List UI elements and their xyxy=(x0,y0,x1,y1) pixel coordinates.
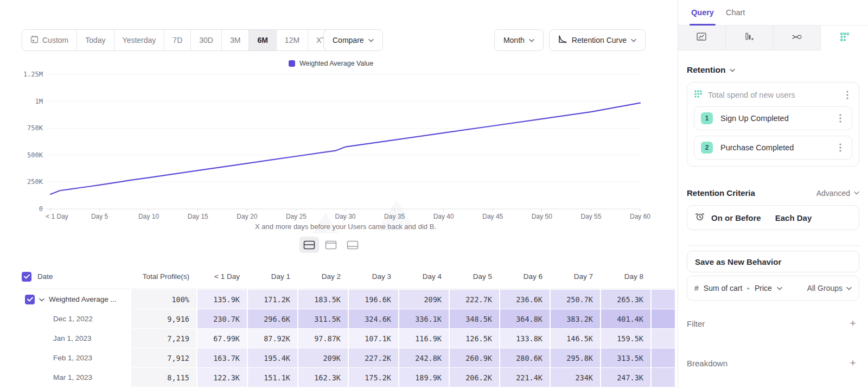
report-tab-insights[interactable] xyxy=(678,26,726,50)
measurement-label: Sum of cart xyxy=(704,284,743,292)
value-cell: 401.4K xyxy=(601,309,650,328)
value-cell: 348.5K xyxy=(450,309,499,328)
col-header-day-7: Day 7 xyxy=(551,264,600,289)
add-filter-button[interactable]: + xyxy=(846,317,859,330)
col-header-date: Date xyxy=(22,264,130,289)
kebab-menu-icon[interactable] xyxy=(835,113,845,123)
interval-dropdown[interactable]: Month xyxy=(494,29,544,51)
kebab-menu-icon[interactable] xyxy=(835,143,845,152)
col-header-day-1: Day 1 xyxy=(248,264,297,289)
range-30d[interactable]: 30D xyxy=(191,30,222,50)
tab-chart[interactable]: Chart xyxy=(720,0,751,25)
chevron-down-icon xyxy=(368,39,374,42)
x-axis-caption: X and more days before your Users came b… xyxy=(255,222,436,231)
total-profiles-cell: 8,115 xyxy=(131,368,196,387)
x-axis-tick: Day 55 xyxy=(580,213,601,220)
behavior-step-sign-up-completed[interactable]: 1Sign Up Completed xyxy=(694,106,852,130)
value-cell: 163.7K xyxy=(197,348,247,367)
col-header-day-5: Day 5 xyxy=(450,264,499,289)
row-label-cell: Feb 1, 2023 xyxy=(22,348,130,367)
retention-section-header[interactable]: Retention xyxy=(687,65,859,75)
compare-button[interactable]: Compare xyxy=(323,29,383,51)
criteria-condition-dropdown[interactable]: On or Before xyxy=(711,213,761,222)
layout-toggle-split-view[interactable] xyxy=(299,237,319,253)
criteria-window-dropdown[interactable]: Each Day xyxy=(775,213,812,222)
value-cell: 175.2K xyxy=(349,368,398,387)
report-type-tabs xyxy=(678,26,868,50)
behavior-step-purchase-completed[interactable]: 2Purchase Completed xyxy=(694,136,852,160)
date-range-group: CustomTodayYesterday7D30D3M6M12MXTD xyxy=(22,29,349,51)
measurement-dropdown[interactable]: # Sum of cart ▸ Price xyxy=(694,284,802,292)
retention-dots-icon xyxy=(694,90,703,100)
col-header-label: Date xyxy=(31,272,53,281)
value-cell: 383.2K xyxy=(551,309,600,328)
x-axis-tick: Day 25 xyxy=(286,213,307,220)
legend-item-weighted-average[interactable]: Weighted Average Value xyxy=(289,60,373,67)
col-header-partial xyxy=(652,264,675,289)
report-tab-flows[interactable] xyxy=(774,26,821,50)
row-label: Mar 1, 2023 xyxy=(53,373,92,381)
step-label: Sign Up Completed xyxy=(720,114,828,123)
layout-toggle-chart-only[interactable] xyxy=(321,237,341,253)
chevron-down-icon xyxy=(846,287,852,290)
value-cell: 195.4K xyxy=(248,348,297,367)
range-label: Today xyxy=(85,36,105,44)
value-cell: 209K xyxy=(298,348,348,367)
value-cell: 183.5K xyxy=(298,290,348,309)
retention-section-title: Retention xyxy=(687,65,725,75)
number-type-icon: # xyxy=(694,284,699,292)
partial-value-cell xyxy=(652,368,675,387)
report-tab-funnels[interactable] xyxy=(726,26,774,50)
chevron-down-icon xyxy=(854,191,859,195)
value-cell: 122.3K xyxy=(197,368,247,387)
value-cell: 236.6K xyxy=(500,290,550,309)
x-axis-tick: Day 40 xyxy=(433,213,454,220)
range-12m[interactable]: 12M xyxy=(277,30,308,50)
value-cell: 247.3K xyxy=(601,368,650,387)
add-breakdown-button[interactable]: + xyxy=(846,357,859,370)
kebab-menu-icon[interactable] xyxy=(843,90,852,100)
select-all-checkbox[interactable] xyxy=(22,272,31,282)
chevron-down-icon xyxy=(631,39,636,42)
alarm-clock-icon xyxy=(695,212,705,224)
breakdown-label: Breakdown xyxy=(687,359,846,368)
value-cell: 189.9K xyxy=(399,368,449,387)
expand-chevron-icon[interactable] xyxy=(39,295,44,303)
value-cell: 116.9K xyxy=(399,329,449,348)
row-label-cell: Jan 1, 2023 xyxy=(22,329,130,348)
value-cell: 171.2K xyxy=(248,290,297,309)
row-label-cell: Mar 1, 2023 xyxy=(22,368,130,387)
range-today[interactable]: Today xyxy=(77,30,114,50)
chart-type-dropdown[interactable]: Retention Curve xyxy=(549,29,646,51)
range-3m[interactable]: 3M xyxy=(222,30,249,50)
range-6m[interactable]: 6M xyxy=(249,30,276,50)
report-tab-retention[interactable] xyxy=(821,26,868,50)
partial-value-cell xyxy=(652,348,675,367)
value-cell: 295.8K xyxy=(551,348,600,367)
row-checkbox[interactable] xyxy=(25,295,35,304)
value-cell: 209K xyxy=(399,290,449,309)
table-only-icon xyxy=(347,240,359,250)
row-label-cell: Weighted Average ... xyxy=(22,290,130,309)
retention-curve-chart: 0250K500K750K1M1.25M< 1 DayDay 5Day 10Da… xyxy=(0,68,678,233)
legend-swatch xyxy=(289,60,295,67)
range-custom[interactable]: Custom xyxy=(22,30,77,50)
x-axis-tick: Day 10 xyxy=(138,213,159,220)
range-yesterday[interactable]: Yesterday xyxy=(114,30,165,50)
value-cell: 107.1K xyxy=(349,329,398,348)
advanced-dropdown[interactable]: Advanced xyxy=(816,189,859,198)
layout-toggle-table-only[interactable] xyxy=(343,237,362,253)
tab-query[interactable]: Query xyxy=(685,0,720,25)
value-cell: 162.3K xyxy=(298,368,348,387)
save-as-new-behavior-button[interactable]: Save as New Behavior xyxy=(687,251,859,272)
value-cell: 221.4K xyxy=(500,368,550,387)
value-cell: 87.92K xyxy=(248,329,297,348)
row-label: Jan 1, 2023 xyxy=(53,334,92,342)
panel-tabs: QueryChart xyxy=(678,0,868,26)
value-cell: 296.6K xyxy=(248,309,297,328)
retention-criteria-title: Retention Criteria xyxy=(687,188,816,198)
groups-dropdown[interactable]: All Groups xyxy=(807,284,852,292)
range-label: 3M xyxy=(230,36,240,44)
value-cell: 324.6K xyxy=(349,309,398,328)
range-7d[interactable]: 7D xyxy=(164,30,191,50)
